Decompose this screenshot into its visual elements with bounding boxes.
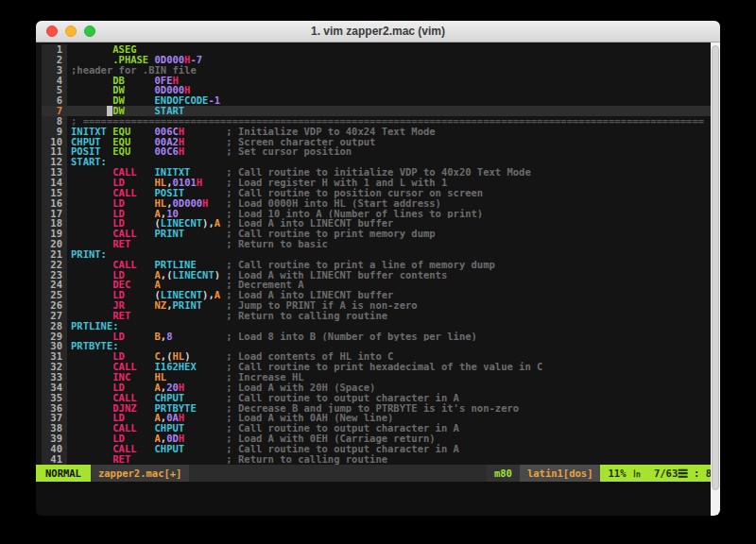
code-line: 19CALLPRINT; Call routine to print memor… — [42, 229, 720, 239]
opcode-column: CALL — [112, 260, 154, 270]
token: EQU — [112, 146, 130, 157]
token: ) — [184, 351, 190, 362]
code-line: 16LDHL,0D000H; Load 0000H into HL (Start… — [42, 198, 720, 209]
token: CALL — [112, 188, 136, 198]
token: H — [202, 198, 208, 209]
code-line: 11POSITEQU00C6H; Set cursor position — [42, 146, 720, 157]
token: EQU — [112, 137, 130, 147]
token: CALL — [112, 260, 136, 270]
line-number: 23 — [42, 270, 67, 280]
zoom-button[interactable] — [84, 26, 95, 37]
line-text: RET; Return to calling routine — [67, 454, 720, 465]
opcode-column: DW — [112, 85, 154, 95]
token: 10 — [166, 209, 179, 219]
token: 0FE — [155, 76, 173, 86]
opcode-column: DB — [112, 76, 154, 86]
opcode-column: LD — [112, 218, 154, 229]
opcode-column: DW — [112, 106, 154, 116]
line-number: 1 — [42, 44, 67, 55]
token: H — [179, 434, 184, 444]
line-number: 10 — [42, 137, 67, 147]
token: LD — [112, 332, 125, 342]
window-titlebar[interactable]: 1. vim zapper2.mac (vim) — [36, 21, 720, 42]
operand-column: 00C6H — [155, 146, 227, 157]
opcode-column: LD — [112, 209, 154, 219]
token: ; Screen character output — [226, 137, 375, 147]
token: RET — [112, 454, 130, 465]
vim-terminal: 1ASEG2.PHASE0D000H-73;header for .BIN fi… — [36, 42, 720, 516]
close-button[interactable] — [46, 26, 58, 37]
code-line: 9INITXTEQU006CH; Initialize VDP to 40x24… — [42, 127, 720, 137]
line-text: CALLINITXT; Call routine to initialize V… — [67, 167, 720, 178]
token: 8 — [166, 332, 172, 342]
opcode-column: INC — [112, 372, 154, 382]
code-line: 39LDA,0DH; Load A with 0EH (Carriage ret… — [42, 434, 720, 444]
airline-statusbar: NORMAL zapper2.mac[+] m80 latin1[dos] 11… — [36, 465, 720, 482]
code-line: 18LD(LINECNT),A; Load A into LINECNT buf… — [42, 218, 720, 229]
scrollbar-thumb[interactable] — [712, 45, 719, 490]
token: HL — [172, 351, 184, 362]
window-title: 1. vim zapper2.mac (vim) — [36, 21, 720, 42]
line-text: CALLCHPUT; Call routine to output charac… — [67, 393, 720, 403]
code-line: 41RET; Return to calling routine — [42, 454, 720, 465]
token: A — [215, 290, 220, 300]
operand-column: ENDOFCODE-1 — [155, 95, 227, 106]
token: 0D000 — [155, 85, 185, 95]
token: 0D — [166, 434, 179, 444]
command-line[interactable] — [36, 482, 720, 516]
line-number: 21 — [42, 249, 67, 260]
line-text: DJNZPRTBYTE; Decrease B and jump to PTRB… — [67, 403, 720, 414]
token: -1 — [208, 95, 220, 106]
opcode-column: DJNZ — [112, 403, 154, 414]
line-number: 7 — [42, 106, 67, 116]
line-number: 37 — [42, 413, 67, 423]
line-number: 33 — [42, 372, 67, 382]
token: PRTLINE: — [71, 321, 119, 332]
token: LD — [112, 178, 125, 188]
token: CHPUT — [155, 393, 185, 403]
line-text: .PHASE0D000H-7 — [67, 55, 720, 65]
token: HL — [155, 372, 167, 382]
token: LINECNT — [161, 218, 202, 229]
filetype-label: m80 — [487, 465, 520, 482]
token: H — [179, 127, 184, 137]
token: DW — [112, 106, 125, 116]
label-column: INITXT — [71, 127, 112, 137]
token: PRTBYTE — [155, 403, 197, 414]
operand-column: A — [155, 280, 227, 290]
statusbar-spacer — [189, 465, 487, 482]
token: HL — [155, 178, 167, 188]
token: ; ======================================… — [71, 116, 704, 127]
code-line: 40CALLCHPUT; Call routine to output char… — [42, 444, 720, 454]
scrollbar-track[interactable] — [711, 42, 720, 516]
line-text: DW0D000H — [67, 85, 720, 95]
line-text: LD(LINECNT),A; Load A into LINECNT buffe… — [67, 290, 720, 300]
minimize-button[interactable] — [65, 26, 77, 37]
line-text: CALLCHPUT; Call routine to output charac… — [67, 423, 720, 434]
token: I162HEX — [155, 362, 197, 372]
label-column: POSIT — [71, 146, 112, 157]
opcode-column: LD — [112, 270, 154, 280]
operand-column: HL — [155, 372, 227, 382]
line-text: DB0FEH — [67, 76, 720, 86]
mode-indicator: NORMAL — [36, 465, 91, 482]
token: ; Call routine to initialize VDP to 40x2… — [226, 167, 530, 178]
code-buffer[interactable]: 1ASEG2.PHASE0D000H-73;header for .BIN fi… — [36, 42, 720, 465]
opcode-column: LD — [112, 198, 154, 209]
line-number: 8 — [42, 116, 67, 127]
opcode-column: LD — [112, 351, 154, 362]
opcode-column: RET — [112, 311, 154, 321]
opcode-column: EQU — [112, 137, 154, 147]
token: NZ — [155, 300, 167, 311]
token: CALL — [112, 362, 136, 372]
line-number: 35 — [42, 393, 67, 403]
token: ; Load A into LINECNT buffer — [226, 290, 393, 300]
operand-column: 0FEH — [155, 76, 227, 86]
code-line: 15CALLPOSIT; Call routine to position cu… — [42, 188, 720, 198]
token: ; Return to calling routine — [226, 454, 387, 465]
code-line: 37LDA,0AH; Load A with 0AH (New line) — [42, 413, 720, 423]
token: ;header for .BIN file — [71, 65, 197, 76]
token: DJNZ — [112, 403, 136, 414]
operand-column: A,(LINECNT) — [155, 270, 227, 280]
token: CALL — [112, 444, 136, 454]
